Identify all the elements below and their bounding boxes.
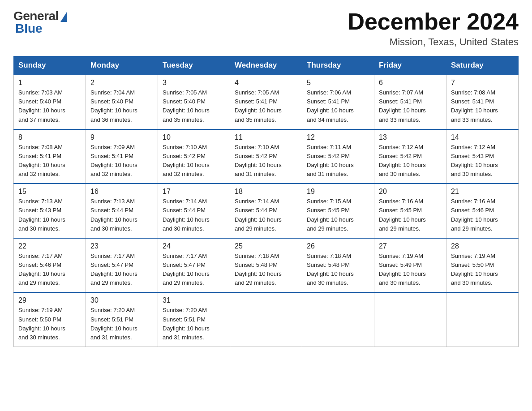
day-number: 3	[163, 79, 225, 87]
calendar-cell: 13Sunrise: 7:12 AM Sunset: 5:42 PM Dayli…	[374, 129, 446, 184]
calendar-cell: 5Sunrise: 7:06 AM Sunset: 5:41 PM Daylig…	[302, 75, 374, 129]
calendar-cell	[446, 292, 519, 347]
day-number: 31	[163, 296, 225, 304]
calendar-cell: 27Sunrise: 7:19 AM Sunset: 5:49 PM Dayli…	[374, 238, 446, 293]
calendar-cell: 23Sunrise: 7:17 AM Sunset: 5:47 PM Dayli…	[86, 238, 158, 293]
calendar-week-row: 8Sunrise: 7:08 AM Sunset: 5:41 PM Daylig…	[14, 129, 519, 184]
calendar-cell	[374, 292, 446, 347]
calendar-cell: 9Sunrise: 7:09 AM Sunset: 5:41 PM Daylig…	[86, 129, 158, 184]
calendar-cell: 16Sunrise: 7:13 AM Sunset: 5:44 PM Dayli…	[86, 184, 158, 238]
month-title: December 2024	[348, 9, 519, 34]
day-info: Sunrise: 7:06 AM Sunset: 5:41 PM Dayligh…	[307, 88, 369, 124]
calendar-week-row: 22Sunrise: 7:17 AM Sunset: 5:46 PM Dayli…	[14, 238, 519, 293]
calendar-cell: 28Sunrise: 7:19 AM Sunset: 5:50 PM Dayli…	[446, 238, 519, 293]
day-info: Sunrise: 7:13 AM Sunset: 5:43 PM Dayligh…	[18, 197, 81, 233]
calendar-cell: 24Sunrise: 7:17 AM Sunset: 5:47 PM Dayli…	[158, 238, 230, 293]
calendar-cell: 26Sunrise: 7:18 AM Sunset: 5:48 PM Dayli…	[302, 238, 374, 293]
day-info: Sunrise: 7:14 AM Sunset: 5:44 PM Dayligh…	[235, 197, 297, 233]
header: General Blue December 2024 Mission, Texa…	[13, 9, 519, 48]
day-number: 13	[379, 133, 442, 141]
col-friday: Friday	[374, 56, 446, 75]
day-number: 12	[307, 133, 369, 141]
day-number: 9	[90, 133, 153, 141]
calendar-table: Sunday Monday Tuesday Wednesday Thursday…	[13, 56, 519, 347]
calendar-cell: 20Sunrise: 7:16 AM Sunset: 5:45 PM Dayli…	[374, 184, 446, 238]
col-wednesday: Wednesday	[230, 56, 302, 75]
calendar-cell: 8Sunrise: 7:08 AM Sunset: 5:41 PM Daylig…	[14, 129, 86, 184]
day-info: Sunrise: 7:17 AM Sunset: 5:47 PM Dayligh…	[90, 252, 153, 288]
calendar-cell: 12Sunrise: 7:11 AM Sunset: 5:42 PM Dayli…	[302, 129, 374, 184]
day-number: 22	[18, 242, 81, 250]
day-info: Sunrise: 7:12 AM Sunset: 5:43 PM Dayligh…	[451, 143, 514, 179]
day-info: Sunrise: 7:17 AM Sunset: 5:46 PM Dayligh…	[18, 252, 81, 288]
day-number: 5	[307, 79, 369, 87]
logo-triangle-icon	[60, 12, 67, 22]
day-number: 10	[163, 133, 225, 141]
day-info: Sunrise: 7:05 AM Sunset: 5:40 PM Dayligh…	[163, 88, 225, 124]
day-number: 28	[451, 242, 514, 250]
day-info: Sunrise: 7:10 AM Sunset: 5:42 PM Dayligh…	[235, 143, 297, 179]
calendar-cell: 25Sunrise: 7:18 AM Sunset: 5:48 PM Dayli…	[230, 238, 302, 293]
day-info: Sunrise: 7:04 AM Sunset: 5:40 PM Dayligh…	[90, 88, 153, 124]
day-info: Sunrise: 7:13 AM Sunset: 5:44 PM Dayligh…	[90, 197, 153, 233]
calendar-week-row: 1Sunrise: 7:03 AM Sunset: 5:40 PM Daylig…	[14, 75, 519, 129]
calendar-cell: 19Sunrise: 7:15 AM Sunset: 5:45 PM Dayli…	[302, 184, 374, 238]
calendar-cell: 14Sunrise: 7:12 AM Sunset: 5:43 PM Dayli…	[446, 129, 519, 184]
day-info: Sunrise: 7:12 AM Sunset: 5:42 PM Dayligh…	[379, 143, 442, 179]
day-info: Sunrise: 7:09 AM Sunset: 5:41 PM Dayligh…	[90, 143, 153, 179]
day-info: Sunrise: 7:15 AM Sunset: 5:45 PM Dayligh…	[307, 197, 369, 233]
calendar-cell: 31Sunrise: 7:20 AM Sunset: 5:51 PM Dayli…	[158, 292, 230, 347]
title-block: December 2024 Mission, Texas, United Sta…	[348, 9, 519, 48]
day-info: Sunrise: 7:10 AM Sunset: 5:42 PM Dayligh…	[163, 143, 225, 179]
day-info: Sunrise: 7:17 AM Sunset: 5:47 PM Dayligh…	[163, 252, 225, 288]
col-monday: Monday	[86, 56, 158, 75]
calendar-cell: 15Sunrise: 7:13 AM Sunset: 5:43 PM Dayli…	[14, 184, 86, 238]
calendar-cell: 21Sunrise: 7:16 AM Sunset: 5:46 PM Dayli…	[446, 184, 519, 238]
calendar-week-row: 29Sunrise: 7:19 AM Sunset: 5:50 PM Dayli…	[14, 292, 519, 347]
calendar-cell	[302, 292, 374, 347]
day-number: 26	[307, 242, 369, 250]
day-number: 29	[18, 296, 81, 304]
calendar-cell: 29Sunrise: 7:19 AM Sunset: 5:50 PM Dayli…	[14, 292, 86, 347]
day-number: 25	[235, 242, 297, 250]
day-info: Sunrise: 7:11 AM Sunset: 5:42 PM Dayligh…	[307, 143, 369, 179]
day-info: Sunrise: 7:19 AM Sunset: 5:50 PM Dayligh…	[451, 252, 514, 288]
calendar-cell: 11Sunrise: 7:10 AM Sunset: 5:42 PM Dayli…	[230, 129, 302, 184]
day-info: Sunrise: 7:16 AM Sunset: 5:46 PM Dayligh…	[451, 197, 514, 233]
day-info: Sunrise: 7:14 AM Sunset: 5:44 PM Dayligh…	[163, 197, 225, 233]
col-sunday: Sunday	[14, 56, 86, 75]
day-number: 11	[235, 133, 297, 141]
day-number: 21	[451, 188, 514, 196]
day-number: 18	[235, 188, 297, 196]
logo-blue-text: Blue	[15, 21, 43, 36]
calendar-cell: 1Sunrise: 7:03 AM Sunset: 5:40 PM Daylig…	[14, 75, 86, 129]
day-number: 4	[235, 79, 297, 87]
day-number: 14	[451, 133, 514, 141]
day-info: Sunrise: 7:03 AM Sunset: 5:40 PM Dayligh…	[18, 88, 81, 124]
page: General Blue December 2024 Mission, Texa…	[0, 0, 532, 360]
day-number: 19	[307, 188, 369, 196]
day-info: Sunrise: 7:20 AM Sunset: 5:51 PM Dayligh…	[163, 306, 225, 342]
day-number: 2	[90, 79, 153, 87]
calendar-cell: 2Sunrise: 7:04 AM Sunset: 5:40 PM Daylig…	[86, 75, 158, 129]
day-number: 7	[451, 79, 514, 87]
day-info: Sunrise: 7:08 AM Sunset: 5:41 PM Dayligh…	[451, 88, 514, 124]
day-number: 20	[379, 188, 442, 196]
day-number: 6	[379, 79, 442, 87]
day-number: 1	[18, 79, 81, 87]
col-thursday: Thursday	[302, 56, 374, 75]
day-info: Sunrise: 7:20 AM Sunset: 5:51 PM Dayligh…	[90, 306, 153, 342]
day-number: 8	[18, 133, 81, 141]
calendar-cell: 7Sunrise: 7:08 AM Sunset: 5:41 PM Daylig…	[446, 75, 519, 129]
day-info: Sunrise: 7:07 AM Sunset: 5:41 PM Dayligh…	[379, 88, 442, 124]
day-number: 17	[163, 188, 225, 196]
calendar-cell: 18Sunrise: 7:14 AM Sunset: 5:44 PM Dayli…	[230, 184, 302, 238]
day-number: 15	[18, 188, 81, 196]
logo: General Blue	[13, 9, 67, 36]
calendar-cell: 30Sunrise: 7:20 AM Sunset: 5:51 PM Dayli…	[86, 292, 158, 347]
day-info: Sunrise: 7:18 AM Sunset: 5:48 PM Dayligh…	[235, 252, 297, 288]
calendar-cell: 17Sunrise: 7:14 AM Sunset: 5:44 PM Dayli…	[158, 184, 230, 238]
col-saturday: Saturday	[446, 56, 519, 75]
day-number: 30	[90, 296, 153, 304]
day-number: 24	[163, 242, 225, 250]
